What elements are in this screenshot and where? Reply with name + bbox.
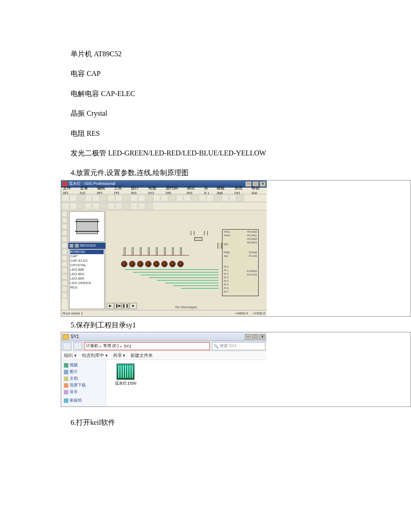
toolbar-organize[interactable]: 组织 ▾ bbox=[64, 352, 76, 359]
toolbar-button[interactable] bbox=[70, 203, 77, 209]
palette-tool[interactable] bbox=[62, 224, 67, 230]
toolbar-button[interactable] bbox=[184, 195, 191, 201]
resistor[interactable] bbox=[156, 247, 158, 256]
stop-button[interactable]: ■ bbox=[130, 303, 137, 309]
device-item[interactable]: LED-BIR bbox=[70, 276, 104, 281]
toolbar-button[interactable] bbox=[92, 203, 100, 209]
cap-c2[interactable] bbox=[204, 231, 208, 235]
device-item[interactable]: AT89C52 bbox=[70, 250, 104, 254]
cap-elec-c3[interactable] bbox=[218, 243, 222, 249]
resistor[interactable] bbox=[124, 247, 126, 256]
breadcrumb-item[interactable]: SY1 bbox=[124, 344, 131, 348]
palette-tool[interactable] bbox=[62, 293, 67, 298]
toolbar-button[interactable] bbox=[115, 203, 122, 209]
toolbar-newfolder[interactable]: 新建文件夹 bbox=[130, 352, 153, 359]
led[interactable] bbox=[129, 261, 135, 267]
palette-tool[interactable] bbox=[62, 230, 67, 236]
maximize-button[interactable]: □ bbox=[252, 334, 258, 339]
crystal-x1[interactable] bbox=[194, 237, 202, 241]
toolbar-button[interactable] bbox=[85, 203, 92, 209]
sidebar-item-downloads[interactable]: 迅雷下载 bbox=[63, 382, 104, 389]
toolbar-button[interactable] bbox=[130, 195, 138, 201]
led[interactable] bbox=[121, 261, 127, 267]
device-item[interactable]: LED-BIG bbox=[70, 272, 104, 276]
toolbar-button[interactable] bbox=[161, 195, 168, 201]
toolbar-button[interactable] bbox=[153, 195, 160, 201]
toolbar-button[interactable] bbox=[85, 195, 92, 201]
toolbar-button[interactable] bbox=[130, 203, 138, 209]
resistor[interactable] bbox=[180, 247, 182, 256]
sidebar-item-images[interactable]: 图片 bbox=[63, 369, 104, 375]
device-item[interactable]: RES bbox=[70, 285, 104, 290]
toolbar-button[interactable] bbox=[77, 195, 84, 201]
breadcrumb[interactable]: 计算机 ▸ 常用 (E:) ▸ SY1 bbox=[84, 342, 210, 350]
palette-tool[interactable] bbox=[62, 243, 67, 248]
led[interactable] bbox=[177, 261, 184, 267]
sidebar-item-documents[interactable]: 文档 bbox=[63, 375, 104, 382]
palette-tool[interactable] bbox=[62, 211, 67, 217]
explorer-file-pane[interactable]: 流水灯.DSN bbox=[106, 360, 267, 406]
toolbar-button[interactable] bbox=[123, 203, 130, 209]
toolbar-button[interactable] bbox=[146, 203, 153, 209]
step-button[interactable]: ❚▶ bbox=[114, 303, 122, 309]
sidebar-item-homegroup[interactable]: 家庭组 bbox=[63, 397, 104, 404]
toolbar-share[interactable]: 共享 ▾ bbox=[113, 352, 126, 359]
toolbar-button[interactable] bbox=[92, 195, 100, 201]
toolbar-button[interactable] bbox=[115, 195, 122, 201]
nav-back-button[interactable] bbox=[63, 342, 71, 350]
palette-tool[interactable] bbox=[62, 261, 67, 267]
cap-c1[interactable] bbox=[191, 231, 194, 235]
led[interactable] bbox=[153, 261, 159, 267]
sidebar-item-music[interactable]: 音乐 bbox=[63, 389, 104, 395]
library-button[interactable] bbox=[75, 243, 79, 248]
resistor[interactable] bbox=[172, 247, 174, 256]
device-item[interactable]: CRYSTAL bbox=[70, 263, 104, 268]
sidebar-item-video[interactable]: 视频 bbox=[63, 362, 104, 369]
led[interactable] bbox=[137, 261, 143, 267]
search-input[interactable]: 🔍 搜索 SY1 bbox=[212, 342, 265, 350]
palette-tool[interactable] bbox=[62, 280, 67, 286]
breadcrumb-item[interactable]: 常用 (E:) bbox=[103, 343, 119, 349]
led[interactable] bbox=[169, 261, 176, 267]
toolbar-button[interactable] bbox=[100, 195, 107, 201]
led[interactable] bbox=[145, 261, 151, 267]
toolbar-button[interactable] bbox=[237, 195, 244, 201]
palette-tool[interactable] bbox=[62, 236, 67, 242]
toolbar-button[interactable] bbox=[70, 195, 77, 201]
toolbar-button[interactable] bbox=[206, 195, 214, 201]
palette-tool[interactable] bbox=[62, 218, 67, 223]
toolbar-button[interactable] bbox=[62, 203, 69, 209]
palette-tool[interactable] bbox=[62, 268, 67, 273]
toolbar-button[interactable] bbox=[191, 195, 198, 201]
play-button[interactable]: ▶ bbox=[107, 303, 114, 309]
device-item[interactable]: CAP-ELEC bbox=[70, 259, 104, 263]
toolbar-button[interactable] bbox=[108, 195, 115, 201]
pick-device-button[interactable] bbox=[69, 243, 74, 248]
close-button[interactable]: ✕ bbox=[259, 334, 265, 339]
resistor[interactable] bbox=[164, 247, 166, 256]
palette-tool[interactable] bbox=[62, 274, 67, 280]
toolbar-button[interactable] bbox=[77, 203, 84, 209]
nav-forward-button[interactable] bbox=[73, 342, 82, 350]
toolbar-button[interactable] bbox=[123, 195, 130, 201]
breadcrumb-item[interactable]: 计算机 bbox=[86, 343, 98, 349]
resistor[interactable] bbox=[140, 247, 142, 256]
toolbar-button[interactable] bbox=[146, 195, 153, 201]
device-item[interactable]: LED-BIB bbox=[70, 268, 104, 272]
toolbar-button[interactable] bbox=[168, 195, 176, 201]
pause-button[interactable]: ❚❚ bbox=[122, 303, 129, 309]
resistor[interactable] bbox=[148, 247, 150, 256]
palette-tool[interactable] bbox=[62, 286, 67, 292]
toolbar-include[interactable]: 包含到库中 ▾ bbox=[82, 352, 108, 359]
device-item[interactable]: LED-GREEN bbox=[70, 281, 104, 285]
toolbar-button[interactable] bbox=[214, 195, 221, 201]
schematic-canvas[interactable]: XTAL1 XTAL2 RST PSEN ALE P1.0 P1.1 P1.2 … bbox=[106, 210, 267, 310]
mcu-at89c52[interactable]: XTAL1 XTAL2 RST PSEN ALE P1.0 P1.1 P1.2 … bbox=[222, 229, 259, 296]
device-item[interactable]: CAP bbox=[70, 254, 104, 259]
toolbar-button[interactable] bbox=[108, 203, 115, 209]
toolbar-button[interactable] bbox=[176, 195, 183, 201]
device-list[interactable]: AT89C52 CAP CAP-ELEC CRYSTAL LED-BIB LED… bbox=[69, 249, 105, 309]
toolbar-button[interactable] bbox=[62, 195, 69, 201]
toolbar-button[interactable] bbox=[100, 203, 107, 209]
palette-tool[interactable] bbox=[62, 249, 67, 255]
